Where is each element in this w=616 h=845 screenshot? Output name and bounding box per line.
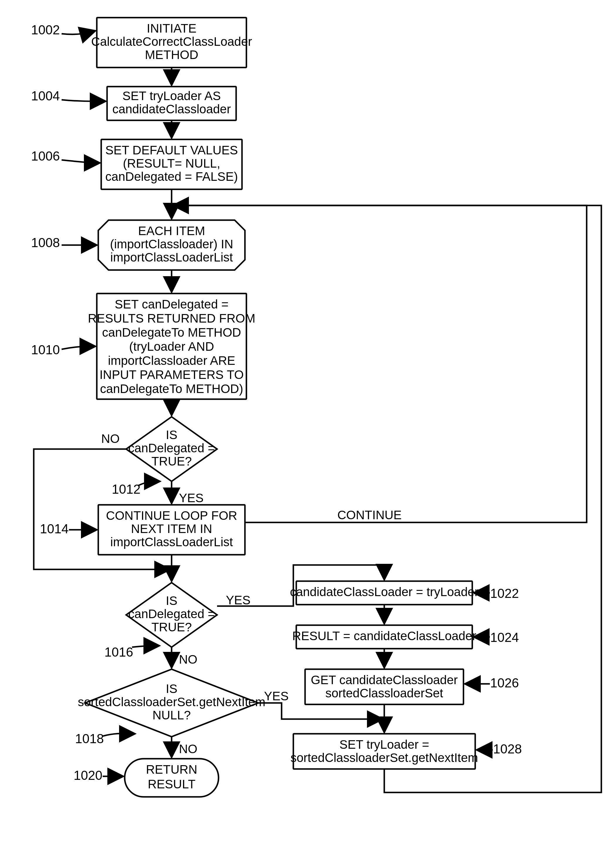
no-1016: NO — [179, 652, 197, 666]
n1014-l2: NEXT ITEM IN — [131, 522, 213, 536]
num-1016: 1016 — [104, 645, 133, 659]
n1016-l3: TRUE? — [151, 620, 192, 634]
n1002-l2: CalculateCorrectClassLoader — [91, 35, 252, 48]
num-1014: 1014 — [40, 522, 69, 536]
num-1026: 1026 — [490, 676, 519, 690]
num-1004: 1004 — [31, 89, 60, 103]
num-1028: 1028 — [493, 742, 522, 756]
n1010-l1: SET canDelegated = — [115, 297, 229, 311]
n1010-l4: (tryLoader AND — [129, 339, 214, 353]
n1028-l2: sortedClassloaderSet.getNextItem — [290, 751, 478, 764]
num-1022: 1022 — [490, 586, 519, 601]
num-1018: 1018 — [75, 732, 104, 746]
n1008-l3: importClassLoaderList — [110, 250, 233, 264]
num-1010: 1010 — [31, 342, 60, 357]
n1010-l6: INPUT PARAMETERS TO — [100, 368, 244, 382]
n1026-l1: GET candidateClassloader — [311, 673, 458, 687]
n1014-l3: importClassLoaderList — [110, 535, 233, 549]
n1006-l1: SET DEFAULT VALUES — [105, 143, 238, 157]
n1010-l3: canDelegateTo METHOD — [102, 325, 241, 339]
n1012-l2: canDelegated = — [128, 441, 215, 455]
no-1012: NO — [101, 432, 120, 445]
num-1008: 1008 — [31, 235, 60, 250]
n1008-l2: (importClassloader) IN — [110, 237, 233, 251]
n1010-l7: canDelegateTo METHOD) — [100, 382, 243, 396]
n1018-l2: sortedClassloaderSet.getNextItem — [78, 695, 265, 709]
n1028-l1: SET tryLoader = — [339, 738, 429, 751]
n1016-l1: IS — [166, 594, 177, 608]
n1018-l1: IS — [166, 682, 177, 696]
yes-1016: YES — [226, 593, 251, 607]
n1006-l3: canDelegated = FALSE) — [105, 170, 238, 184]
yes-1012: YES — [179, 491, 204, 505]
n1020-l2: RESULT — [148, 777, 196, 791]
n1002-l1: INITIATE — [147, 21, 197, 35]
n1022-l1: candidateClassLoader = tryLoader — [290, 585, 478, 599]
continue-1014: CONTINUE — [337, 508, 402, 522]
num-1002: 1002 — [31, 23, 60, 37]
n1016-l2: canDelegated = — [128, 607, 215, 621]
yes-1018: YES — [264, 689, 289, 703]
n1018-l3: NULL? — [153, 708, 191, 722]
n1002-l3: METHOD — [145, 48, 198, 62]
n1026-l2: sortedClassloaderSet — [325, 686, 443, 700]
n1008-l1: EACH ITEM — [138, 224, 205, 238]
no-1018: NO — [179, 742, 197, 756]
n1012-l3: TRUE? — [151, 454, 192, 468]
num-1024: 1024 — [490, 630, 519, 645]
n1006-l2: (RESULT= NULL, — [123, 156, 220, 170]
n1004-l2: candidateClassloader — [112, 102, 231, 116]
n1024-l1: RESULT = candidateClassLoader — [292, 629, 477, 643]
n1004-l1: SET tryLoader AS — [122, 89, 221, 103]
n1010-l2: RESULTS RETURNED FROM — [88, 312, 255, 325]
n1010-l5: importClassloader ARE — [108, 354, 235, 367]
num-1006: 1006 — [31, 149, 60, 163]
n1020-l1: RETURN — [146, 763, 197, 776]
n1012-l1: IS — [166, 428, 177, 442]
num-1012: 1012 — [112, 482, 141, 496]
num-1020: 1020 — [73, 768, 103, 782]
n1014-l1: CONTINUE LOOP FOR — [106, 508, 237, 522]
